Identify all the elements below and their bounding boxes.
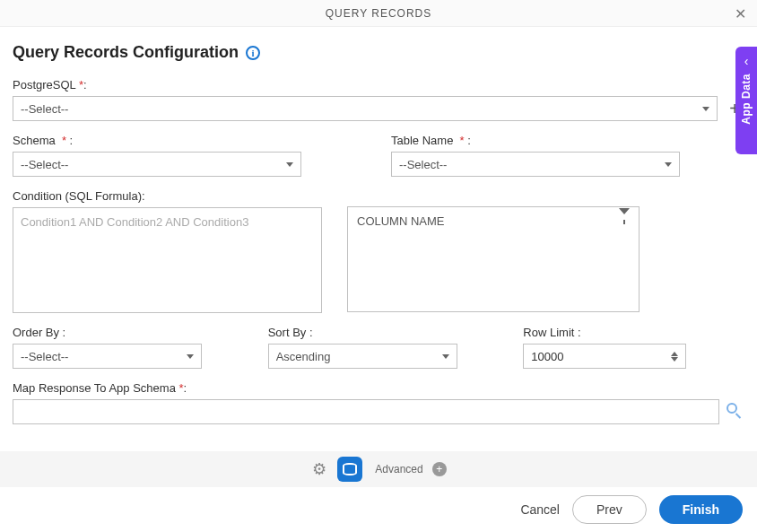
footer: Cancel Prev Finish xyxy=(0,487,757,532)
schema-label: Schema * : xyxy=(13,134,366,147)
sort-by-label: Sort By : xyxy=(268,326,490,339)
search-icon xyxy=(727,403,737,414)
condition-placeholder: Condition1 AND Condition2 AND Condition3 xyxy=(21,215,248,229)
map-response-input[interactable] xyxy=(13,399,719,424)
table-name-value: --Select-- xyxy=(399,158,447,171)
condition-column-row: Condition (SQL Formula): Condition1 AND … xyxy=(13,189,744,313)
schema-select[interactable]: --Select-- xyxy=(13,152,301,177)
required-mark: * xyxy=(460,134,465,147)
required-mark: * xyxy=(79,78,83,92)
sort-by-select[interactable]: Ascending xyxy=(268,344,457,369)
map-response-search-button[interactable] xyxy=(727,403,744,421)
order-by-label: Order By : xyxy=(13,326,234,339)
filter-icon[interactable] xyxy=(619,214,630,228)
map-response-field: Map Response To App Schema *: xyxy=(13,381,744,424)
row-limit-field: Row Limit : 10000 xyxy=(523,326,744,369)
chevron-left-icon: ‹ xyxy=(744,54,749,68)
prev-button[interactable]: Prev xyxy=(572,495,647,524)
page-title-row: Query Records Configuration i xyxy=(13,43,744,62)
modal-header: QUERY RECORDS ✕ xyxy=(0,0,757,27)
row-limit-stepper[interactable] xyxy=(671,352,678,362)
row-limit-input[interactable]: 10000 xyxy=(523,344,686,369)
required-mark: * xyxy=(179,381,184,395)
app-data-side-tab[interactable]: ‹ App Data xyxy=(735,47,757,154)
row-limit-label: Row Limit : xyxy=(523,326,744,339)
column-header: COLUMN NAME xyxy=(348,207,639,234)
condition-field: Condition (SQL Formula): Condition1 AND … xyxy=(13,189,322,313)
table-name-select[interactable]: --Select-- xyxy=(391,152,680,177)
condition-label: Condition (SQL Formula): xyxy=(13,189,322,203)
postgresql-select[interactable]: --Select-- xyxy=(13,96,718,121)
order-sort-limit-row: Order By : --Select-- Sort By : Ascendin… xyxy=(13,326,744,369)
page-title: Query Records Configuration xyxy=(13,43,239,62)
info-icon[interactable]: i xyxy=(246,46,260,60)
sort-by-field: Sort By : Ascending xyxy=(268,326,490,369)
postgresql-field: PostgreSQL *: --Select-- + xyxy=(13,78,744,121)
map-response-label: Map Response To App Schema *: xyxy=(13,381,744,395)
order-by-field: Order By : --Select-- xyxy=(13,326,234,369)
schema-table-row: Schema * : --Select-- Table Name * : --S… xyxy=(13,134,744,177)
finish-button[interactable]: Finish xyxy=(659,495,743,524)
close-icon: ✕ xyxy=(735,6,746,22)
modal-title: QUERY RECORDS xyxy=(326,7,432,20)
column-field: COLUMN NAME xyxy=(347,206,640,313)
close-button[interactable]: ✕ xyxy=(735,5,746,22)
advanced-label: Advanced xyxy=(375,463,422,475)
table-name-label: Table Name * : xyxy=(391,134,744,147)
postgresql-value: --Select-- xyxy=(21,102,68,116)
condition-textarea[interactable]: Condition1 AND Condition2 AND Condition3 xyxy=(13,207,322,313)
cancel-button[interactable]: Cancel xyxy=(520,502,560,517)
sort-by-value: Ascending xyxy=(276,350,331,363)
side-tab-label: App Data xyxy=(740,74,753,125)
chevron-down-icon xyxy=(187,354,194,359)
schema-field: Schema * : --Select-- xyxy=(13,134,366,177)
stepper-down-icon[interactable] xyxy=(671,357,678,362)
column-name-box: COLUMN NAME xyxy=(347,206,640,312)
schema-value: --Select-- xyxy=(21,158,68,171)
postgresql-label: PostgreSQL *: xyxy=(13,78,744,92)
chevron-down-icon xyxy=(702,107,709,111)
chevron-down-icon xyxy=(442,354,449,359)
plus-icon: + xyxy=(436,463,442,475)
content-area: Query Records Configuration i PostgreSQL… xyxy=(0,27,757,424)
required-mark: * xyxy=(62,134,66,147)
gear-icon[interactable]: ⚙ xyxy=(310,460,328,478)
row-limit-value: 10000 xyxy=(531,350,563,363)
table-name-field: Table Name * : --Select-- xyxy=(391,134,744,177)
toolbar: ⚙ Advanced + xyxy=(0,451,757,487)
stepper-up-icon[interactable] xyxy=(671,352,678,356)
column-header-title: COLUMN NAME xyxy=(357,214,445,228)
database-icon[interactable] xyxy=(337,457,362,482)
advanced-plus-button[interactable]: + xyxy=(432,462,447,476)
chevron-down-icon xyxy=(665,162,672,167)
order-by-value: --Select-- xyxy=(21,350,68,363)
order-by-select[interactable]: --Select-- xyxy=(13,344,202,369)
chevron-down-icon xyxy=(286,162,293,167)
